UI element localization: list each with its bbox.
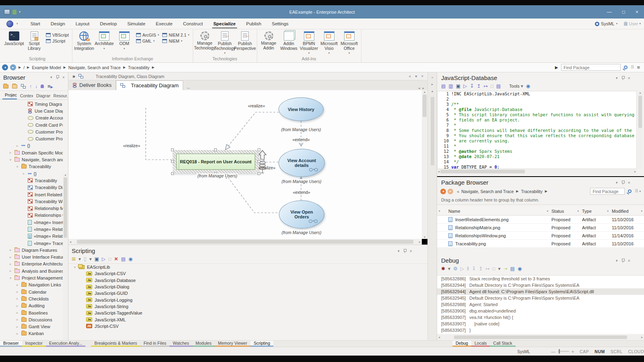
save-icon[interactable]: ▤	[441, 83, 446, 89]
column-header-type[interactable]: Type▾	[580, 209, 610, 214]
tree-item[interactable]: Traceability Dia	[0, 184, 63, 191]
tree-item[interactable]: ▹ Diagram Features	[0, 247, 63, 253]
expander-icon[interactable]: ▿	[10, 158, 14, 162]
expand-arrow-icon[interactable]: ▶	[555, 65, 558, 70]
tree-item[interactable]: ▹ Baselines	[0, 309, 63, 316]
script-item[interactable]: Ja JavaScript-TaggedValue	[68, 310, 427, 316]
expander-icon[interactable]: ▹	[17, 311, 21, 315]
search-icon[interactable]	[628, 189, 632, 193]
ribbon-button-microsoft-office[interactable]: Microsoft Office▾	[339, 30, 359, 56]
stop-caret-icon[interactable]: ▾	[498, 266, 501, 272]
tree-item[interactable]: ▹ Domain Specific Model	[0, 149, 63, 156]
ribbon-button-niem[interactable]: NIEM▾	[162, 39, 189, 43]
folder-icon[interactable]	[12, 84, 17, 88]
expander-icon[interactable]: ▹	[17, 325, 21, 329]
new-script-group-icon[interactable]: ⊞	[72, 256, 76, 262]
tree-item[interactable]: Traceability Wir	[0, 198, 63, 205]
save-run-icon[interactable]: ▣	[456, 83, 460, 89]
save-all-icon[interactable]: ▥	[448, 83, 453, 89]
user-selector[interactable]: User ▾	[624, 21, 641, 26]
browser-menu-icon[interactable]: ≡▶	[47, 83, 53, 89]
debug-log-line[interactable]: [585633907]}	[437, 327, 644, 333]
script-item[interactable]: Ja JavaScript-CSV	[68, 270, 427, 277]
strip-expand-icon[interactable]: ▸	[428, 82, 437, 86]
debugger-icon[interactable]: ✱	[441, 266, 445, 272]
document-icon[interactable]: ▤	[496, 83, 501, 89]
close-icon[interactable]: ×	[628, 180, 630, 185]
ribbon-tab-layout[interactable]: Layout	[70, 19, 95, 29]
column-header-modified[interactable]: Modified▾	[610, 209, 644, 214]
filter-caret-icon[interactable]: ▾	[607, 210, 609, 213]
collapse-tabs-icon[interactable]: »	[72, 74, 75, 79]
tree-item[interactable]: «Image» Insert	[0, 219, 63, 226]
browser-tab-context[interactable]: Context	[18, 92, 33, 99]
dock-tab-memory-viewer[interactable]: Memory Viewer	[215, 341, 250, 347]
tree-item[interactable]: Customer Proc	[0, 135, 63, 142]
ribbon-button-bpmn-visualizer[interactable]: BPMN Visualizer▾	[299, 30, 319, 56]
tab-list-caret-icon[interactable]: ▾	[415, 74, 417, 78]
tools-caret-icon[interactable]: ▾	[521, 83, 523, 89]
ribbon-button-odm[interactable]: ODM▾	[114, 30, 134, 51]
debug-log-line[interactable]: [585632945]Default Directory is C:\Progr…	[437, 295, 644, 301]
script-item[interactable]: Ja JavaScript-XML	[68, 316, 427, 323]
export-icon[interactable]: ➝	[504, 266, 508, 272]
expander-icon[interactable]: ▹	[10, 151, 14, 154]
maximize-button[interactable]: □	[622, 9, 625, 15]
expander-icon[interactable]: ▹	[10, 262, 14, 266]
filter-caret-icon[interactable]: ▾	[641, 210, 642, 213]
tabs-scroll-left-icon[interactable]: ◂	[418, 86, 420, 90]
expander-icon[interactable]: ▹	[17, 283, 21, 287]
tab-back-icon[interactable]: ←	[186, 84, 191, 90]
zoom-slider[interactable]	[558, 351, 569, 352]
table-row[interactable]: RelationshipsWindow.png Proposed Artifac…	[437, 232, 644, 240]
tab-traceability-diagram[interactable]: Traceability Diagram	[116, 80, 183, 90]
breadcrumb-item[interactable]: Navigate, Search and Trace	[68, 65, 121, 70]
tree-item[interactable]: ▹ Discussions	[0, 316, 63, 323]
browser-tab-resour[interactable]: Resour...	[51, 92, 68, 99]
step-out-icon[interactable]: ↥	[479, 266, 483, 272]
help-icon[interactable]: ◉	[128, 256, 132, 262]
close-icon[interactable]: ×	[410, 249, 412, 253]
tree-item[interactable]: Relationships w	[0, 212, 63, 219]
expander-icon[interactable]: ▹	[17, 297, 21, 300]
expander-icon[interactable]: ▹	[17, 304, 21, 308]
debug-log-line[interactable]: [585633907]vea.hit =function hit() {	[437, 314, 644, 321]
tab-scroll-left-icon[interactable]: «	[409, 74, 411, 78]
ribbon-button-jscript[interactable]: JScript	[46, 39, 69, 43]
ribbon-tab-start[interactable]: Start	[25, 19, 45, 29]
new-script-caret-icon[interactable]: ▾	[89, 256, 92, 262]
expander-icon[interactable]: ▹	[17, 290, 21, 294]
tree-item[interactable]: ▹ {}	[0, 142, 63, 149]
zoom-out-button[interactable]: —	[551, 349, 555, 354]
ribbon-button-publish-perspective[interactable]: Publish Perspective	[235, 30, 255, 51]
dock-tab-scripting[interactable]: Scripting	[250, 341, 273, 347]
tree-item[interactable]: ▹ Analysis and Business M	[0, 267, 63, 274]
dock-tab-modules[interactable]: Modules	[192, 341, 215, 347]
filter-caret-icon[interactable]: ▾	[439, 210, 440, 213]
dock-tab-find-in-files[interactable]: Find in Files	[140, 341, 170, 347]
script-item[interactable]: Ja JavaScript-String	[68, 303, 427, 310]
resize-handle[interactable]	[258, 172, 260, 175]
expander-icon[interactable]: ▹	[17, 332, 21, 335]
panel-splitter[interactable]: × ▸ ▴	[427, 72, 437, 340]
requirement-req018[interactable]: REQ018 - Report on User Account	[173, 150, 259, 173]
debugger-caret-icon[interactable]: ▾	[448, 266, 450, 272]
ribbon-button-manage-addin[interactable]: Manage Addin	[259, 30, 279, 50]
save-icon[interactable]: ▤	[510, 266, 515, 272]
ribbon-button-arcgis[interactable]: ArcGIS▾	[136, 33, 159, 37]
step-over-icon[interactable]: ↦	[483, 83, 487, 89]
dock-tab-browser[interactable]: Browser	[0, 341, 22, 347]
expander-icon[interactable]: ▹	[17, 144, 21, 148]
tree-item[interactable]: Relationship M	[0, 205, 63, 212]
tabs-scroll-right-icon[interactable]: ▸	[422, 86, 424, 90]
tree-item[interactable]: Create Account	[0, 115, 63, 121]
tree-item[interactable]: ▹ Gantt View	[0, 323, 63, 330]
stop-icon[interactable]: □	[490, 83, 493, 89]
pin-icon[interactable]	[621, 76, 624, 80]
search-icon[interactable]	[624, 66, 627, 69]
tree-item[interactable]: «Image» Tracea	[0, 240, 63, 247]
resize-handle[interactable]	[171, 148, 174, 151]
tree-item[interactable]: ▿ Traceability	[0, 163, 63, 170]
panel-menu-caret-icon[interactable]: ▾	[398, 249, 400, 253]
code-editor[interactable]: 1!INC EAScriptLib.JavaScript-XML 2 3/** …	[437, 91, 637, 169]
